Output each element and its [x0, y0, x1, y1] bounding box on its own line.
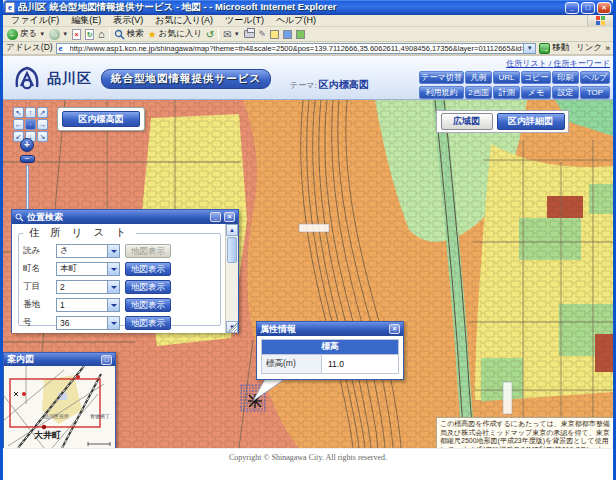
menu-favorites[interactable]: お気に入り(A) — [149, 14, 219, 27]
address-dropdown-icon[interactable]: ▼ — [523, 44, 535, 53]
attribute-dialog-close-button[interactable]: × — [389, 324, 400, 334]
pan-center-button[interactable]: · — [25, 119, 36, 130]
memo-button[interactable]: メモ — [521, 86, 551, 99]
pan-down-right-button[interactable]: ↘ — [37, 131, 48, 142]
search-button[interactable]: 検索 — [114, 28, 144, 40]
overview-map[interactable]: 品川区役所 青物横丁 大井町 — [4, 366, 115, 448]
zoom-slider-handle[interactable]: − — [20, 155, 35, 163]
elevation-map[interactable]: ↖ ↑ ↗ ← · → ↙ ↓ ↘ 区内標高図 + − − — [3, 100, 613, 448]
search-dialog-minimize-button[interactable]: _ — [210, 212, 221, 222]
chevron-down-icon[interactable] — [107, 281, 119, 293]
terms-button[interactable]: 利用規約 — [419, 86, 464, 99]
scroll-up-icon[interactable]: ▲ — [226, 224, 238, 236]
go-arrow-icon: → — [539, 43, 550, 54]
measure-button[interactable]: 計測 — [493, 86, 520, 99]
chevron-down-icon[interactable] — [107, 299, 119, 311]
address-list-fieldset: 住 所 リ ス ト 読み さ 地図表示 町名 本町 地図表示 — [18, 226, 221, 326]
back-caret-icon[interactable]: ▼ — [39, 31, 45, 37]
forward-caret-icon[interactable]: ▼ — [62, 31, 68, 37]
scrollbar-thumb[interactable] — [227, 237, 237, 263]
chevron-down-icon[interactable] — [107, 263, 119, 275]
show-map-button-go[interactable]: 地図表示 — [125, 316, 171, 330]
settings-button[interactable]: 設定 — [552, 86, 579, 99]
links-label[interactable]: リンク — [576, 42, 602, 54]
maximize-button[interactable]: □ — [581, 2, 595, 14]
mail-button[interactable]: ✉ ▼ — [223, 29, 239, 40]
close-button[interactable]: × — [597, 2, 611, 14]
theme-value-link[interactable]: 区内標高図 — [319, 79, 369, 90]
back-button[interactable]: ← 戻る ▼ — [7, 28, 45, 40]
search-dialog-close-button[interactable]: × — [224, 212, 235, 222]
pan-up-button[interactable]: ↑ — [25, 107, 36, 118]
map-disclaimer: この標高図を作成するにあたっては、東京都都市整備局及び株式会社ミッドマップ東京の… — [436, 417, 613, 448]
search-dialog-scrollbar[interactable]: ▲ ▼ — [225, 224, 238, 333]
show-map-button-town[interactable]: 地図表示 — [125, 262, 171, 276]
overview-map-titlebar[interactable]: 案内図 □ — [4, 353, 115, 366]
attribute-dialog-title: 属性情報 — [260, 323, 386, 336]
location-search-dialog: 位置検索 _ × 住 所 リ ス ト 読み さ 地図表示 — [11, 209, 239, 333]
address-list-link[interactable]: 住所リスト — [506, 59, 547, 68]
town-select[interactable]: 本町 — [56, 262, 120, 276]
zoom-in-button[interactable]: + — [20, 138, 34, 152]
mail-icon: ✉ — [223, 29, 231, 40]
site-header: 品川区 統合型地図情報提供サービス テーマ: 区内標高図 住所リスト / 住所キ… — [3, 56, 613, 100]
favorites-button[interactable]: ★ お気に入り — [148, 28, 202, 40]
layer-elevation-button[interactable]: 区内標高図 — [62, 111, 140, 127]
history-button[interactable]: ↺ — [206, 29, 214, 40]
discuss-button[interactable] — [270, 30, 279, 39]
minimize-button[interactable]: _ — [565, 2, 579, 14]
menu-help[interactable]: ヘルプ(H) — [270, 14, 322, 27]
menu-file[interactable]: ファイル(F) — [5, 14, 65, 27]
ward-detail-button[interactable]: 区内詳細図 — [497, 113, 565, 130]
pan-up-right-button[interactable]: ↗ — [37, 107, 48, 118]
print-button[interactable] — [244, 30, 255, 38]
search-row-go: 号 36 地図表示 — [23, 314, 216, 331]
go-select[interactable]: 36 — [56, 316, 120, 330]
help-button[interactable]: ヘルプ — [580, 71, 610, 84]
menu-view[interactable]: 表示(V) — [107, 14, 149, 27]
chevron-down-icon[interactable] — [107, 317, 119, 329]
address-label: アドレス(D) — [6, 42, 53, 54]
wide-area-button[interactable]: 広域図 — [441, 113, 493, 130]
banchi-select[interactable]: 1 — [56, 298, 120, 312]
stop-button[interactable]: × — [72, 29, 81, 40]
pan-left-button[interactable]: ← — [13, 119, 24, 130]
show-map-button-banchi[interactable]: 地図表示 — [125, 298, 171, 312]
msn-button[interactable] — [296, 30, 305, 39]
address-input[interactable]: e http://www.asp1.kcn.ne.jp/shinagawa/ma… — [56, 43, 537, 54]
show-map-button-chome[interactable]: 地図表示 — [125, 280, 171, 294]
messenger-button[interactable] — [283, 30, 292, 39]
address-keyword-link[interactable]: 住所キーワード — [553, 59, 610, 68]
edit-button[interactable]: ✎ — [259, 29, 267, 40]
menu-edit[interactable]: 編集(E) — [65, 14, 107, 27]
forward-button[interactable]: → ▼ — [49, 29, 68, 40]
pan-right-button[interactable]: → — [37, 119, 48, 130]
go-button[interactable]: → 移動 — [539, 42, 569, 54]
top-button[interactable]: TOP — [580, 86, 610, 99]
window-titlebar[interactable]: e 品川区 統合型地図情報提供サービス - 地図 - - Microsoft I… — [3, 0, 613, 15]
address-bar: アドレス(D) e http://www.asp1.kcn.ne.jp/shin… — [3, 42, 613, 56]
window-title: 品川区 統合型地図情報提供サービス - 地図 - - Microsoft Int… — [18, 1, 565, 14]
search-dialog-titlebar[interactable]: 位置検索 _ × — [12, 210, 238, 224]
home-button[interactable]: ⌂ — [98, 29, 105, 40]
chome-select[interactable]: 2 — [56, 280, 120, 294]
attribute-dialog-titlebar[interactable]: 属性情報 × — [257, 322, 403, 336]
overview-map-title: 案内図 — [7, 353, 98, 366]
menu-bar: ファイル(F) 編集(E) 表示(V) お気に入り(A) ツール(T) ヘルプ(… — [3, 15, 613, 27]
ie-toolbar: ← 戻る ▼ → ▼ × ↻ ⌂ 検索 ★ お気に入り ↺ ✉ ▼ ✎ — [3, 27, 613, 42]
legend-button[interactable]: 凡例 — [465, 71, 492, 84]
print-page-button[interactable]: 印刷 — [552, 71, 579, 84]
url-button[interactable]: URL — [493, 71, 520, 84]
refresh-button[interactable]: ↻ — [85, 29, 94, 40]
search-dialog-icon — [15, 213, 24, 222]
dual-screen-button[interactable]: 2画面 — [465, 86, 492, 99]
resize-grip[interactable] — [228, 323, 237, 332]
chevron-down-icon[interactable] — [107, 245, 119, 257]
theme-switch-button[interactable]: テーマ切替 — [419, 71, 464, 84]
menu-tools[interactable]: ツール(T) — [219, 14, 270, 27]
yomi-select[interactable]: さ — [56, 244, 120, 258]
copy-button[interactable]: コピー — [521, 71, 551, 84]
overview-map-collapse-button[interactable]: □ — [101, 355, 112, 365]
pan-up-left-button[interactable]: ↖ — [13, 107, 24, 118]
links-chevron-icon[interactable]: » — [605, 43, 610, 53]
